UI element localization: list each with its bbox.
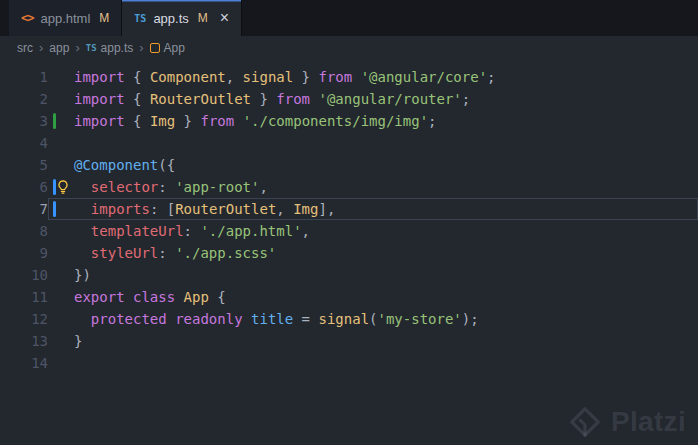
breadcrumb-label: src: [17, 41, 33, 55]
line-number[interactable]: 11: [0, 286, 48, 308]
breadcrumb-label: app: [49, 41, 69, 55]
platzi-logo-icon: [568, 405, 602, 439]
line-number[interactable]: 1: [0, 66, 48, 88]
code-line[interactable]: 13}: [0, 330, 698, 352]
ts-file-icon: TS: [134, 13, 146, 24]
code-line-content: styleUrl: './app.scss': [48, 242, 698, 264]
code-line[interactable]: 3import { Img } from './components/img/i…: [0, 110, 698, 132]
code-line[interactable]: 12 protected readonly title = signal('my…: [0, 308, 698, 330]
line-number[interactable]: 2: [0, 88, 48, 110]
line-number[interactable]: 14: [0, 352, 48, 374]
line-number[interactable]: 10: [0, 264, 48, 286]
code-line-content: templateUrl: './app.html',: [48, 220, 698, 242]
code-line[interactable]: 11export class App {: [0, 286, 698, 308]
line-number[interactable]: 6: [0, 176, 48, 198]
code-line[interactable]: 10}): [0, 264, 698, 286]
html-file-icon: <>: [21, 11, 33, 25]
code-line-content: import { Component, signal } from '@angu…: [48, 66, 698, 88]
line-number[interactable]: 5: [0, 154, 48, 176]
ts-file-icon: TS: [86, 43, 97, 53]
modified-badge: M: [198, 11, 208, 25]
breadcrumb-label: app.ts: [101, 41, 134, 55]
tab-bar: <> app.html M TS app.ts M ×: [0, 0, 698, 36]
code-line[interactable]: 2import { RouterOutlet } from '@angular/…: [0, 88, 698, 110]
chevron-right-icon: ›: [39, 40, 43, 55]
tab-label: app.html: [40, 11, 90, 26]
chevron-right-icon: ›: [139, 40, 143, 55]
chevron-right-icon: ›: [75, 40, 79, 55]
tab-label: app.ts: [153, 11, 188, 26]
code-line[interactable]: 8 templateUrl: './app.html',: [0, 220, 698, 242]
breadcrumb-label: App: [164, 41, 185, 55]
line-number[interactable]: 13: [0, 330, 48, 352]
code-line-content: [48, 352, 698, 374]
line-number[interactable]: 8: [0, 220, 48, 242]
line-number[interactable]: 9: [0, 242, 48, 264]
gutter-modified-indicator: [53, 201, 56, 217]
code-line[interactable]: 4: [0, 132, 698, 154]
code-line-content: [48, 132, 698, 154]
code-editor: 1import { Component, signal } from '@ang…: [0, 59, 698, 374]
breadcrumb-item-app[interactable]: app: [49, 41, 69, 55]
breadcrumb: src › app › TS app.ts › App: [0, 36, 698, 59]
tab-bar-spacer: [0, 0, 9, 36]
code-line[interactable]: 1import { Component, signal } from '@ang…: [0, 66, 698, 88]
tab-app-html[interactable]: <> app.html M: [9, 0, 122, 36]
line-number[interactable]: 12: [0, 308, 48, 330]
code-line[interactable]: 6 selector: 'app-root',: [0, 176, 698, 198]
code-line[interactable]: 7 imports: [RouterOutlet, Img],: [0, 198, 698, 220]
code-line-content: export class App {: [48, 286, 698, 308]
code-line-content: imports: [RouterOutlet, Img],: [48, 198, 698, 220]
code-line-content: @Component({: [48, 154, 698, 176]
breadcrumb-item-app-ts[interactable]: TS app.ts: [86, 41, 134, 55]
line-number[interactable]: 4: [0, 132, 48, 154]
code-line[interactable]: 14: [0, 352, 698, 374]
class-symbol-icon: [150, 43, 160, 53]
modified-badge: M: [99, 11, 109, 25]
code-line[interactable]: 5@Component({: [0, 154, 698, 176]
code-line-content: selector: 'app-root',: [48, 176, 698, 198]
gutter-added-indicator: [53, 113, 56, 129]
line-number[interactable]: 7: [0, 198, 48, 220]
watermark-text: Platzi: [611, 406, 686, 438]
code-line-content: import { RouterOutlet } from '@angular/r…: [48, 88, 698, 110]
code-line[interactable]: 9 styleUrl: './app.scss': [0, 242, 698, 264]
breadcrumb-item-app-symbol[interactable]: App: [150, 41, 185, 55]
close-icon[interactable]: ×: [220, 10, 229, 26]
watermark: Platzi: [568, 405, 686, 439]
line-number[interactable]: 3: [0, 110, 48, 132]
code-line-content: import { Img } from './components/img/im…: [48, 110, 698, 132]
code-line-content: protected readonly title = signal('my-st…: [48, 308, 698, 330]
code-line-content: }: [48, 330, 698, 352]
breadcrumb-item-src[interactable]: src: [17, 41, 33, 55]
tab-app-ts[interactable]: TS app.ts M ×: [122, 0, 242, 36]
code-line-content: }): [48, 264, 698, 286]
lightbulb-icon[interactable]: [55, 179, 71, 195]
